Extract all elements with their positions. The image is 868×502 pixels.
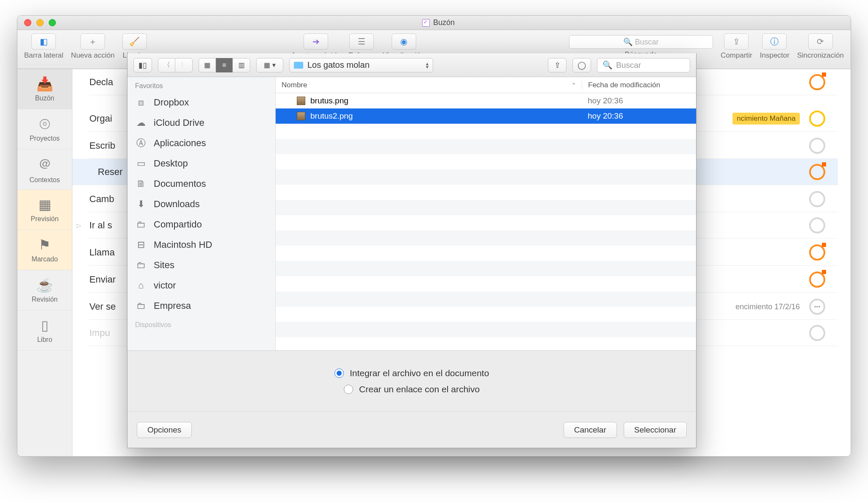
file-name: brutus2.png <box>310 111 353 121</box>
arrow-right-icon: ➔ <box>304 33 328 50</box>
sidebar-item-hd[interactable]: ⊟Macintosh HD <box>127 235 275 255</box>
nav-review-label: Revisión <box>32 296 58 303</box>
file-row-empty <box>276 154 696 169</box>
file-rows: brutus.png hoy 20:36 brutus2.png hoy 20:… <box>276 93 696 350</box>
sidebar-item-dropbox[interactable]: ⧈Dropbox <box>127 92 275 113</box>
inbox-icon: 📥 <box>36 76 53 92</box>
nav-book-label: Libro <box>37 336 53 344</box>
folder-icon: 🗀 <box>135 260 147 271</box>
broom-icon: 🧹 <box>122 33 147 50</box>
nav-book[interactable]: ▯Libro <box>17 311 72 351</box>
sidebar-item-label: Macintosh HD <box>154 239 212 250</box>
plus-icon: ＋ <box>80 33 105 50</box>
sidebar-item-documents[interactable]: 🗎Documentos <box>127 174 275 194</box>
option-link[interactable]: Crear un enlace con el archivo <box>344 384 480 394</box>
finder-sidebar: Favoritos ⧈Dropbox ☁iCloud Drive ⒶAplica… <box>127 77 276 350</box>
task-title: Ir al s <box>89 220 112 231</box>
file-date: hoy 20:36 <box>582 111 696 121</box>
nav-projects-label: Proyectos <box>30 135 60 142</box>
back-button[interactable]: 〈 <box>158 58 175 72</box>
image-file-icon <box>297 112 305 120</box>
minimize-window-button[interactable] <box>36 19 44 26</box>
arrange-button[interactable]: ▦ ▾ <box>256 58 283 72</box>
nav-contexts[interactable]: ＠Contextos <box>17 150 72 190</box>
path-label: Los gatos molan <box>307 60 370 70</box>
list-view-button[interactable]: ≡ <box>216 58 233 72</box>
status-circle-more[interactable]: ••• <box>809 299 825 315</box>
status-circle[interactable] <box>809 325 825 341</box>
nav-projects[interactable]: ⦾Proyectos <box>17 109 72 150</box>
nav-review[interactable]: ☕Revisión <box>17 270 72 311</box>
toggle-sidebar-button[interactable]: ◧ Barra lateral <box>24 33 64 60</box>
sidebar-item-empresa[interactable]: 🗀Empresa <box>127 296 275 316</box>
list-icon: ☰ <box>349 33 374 50</box>
options-button[interactable]: Opciones <box>137 422 192 438</box>
column-headers: Nombre⌃ Fecha de modificación <box>276 77 696 93</box>
at-icon: ＠ <box>38 155 52 174</box>
file-row[interactable]: brutus.png hoy 20:36 <box>276 93 696 108</box>
sidebar-item-icloud[interactable]: ☁iCloud Drive <box>127 113 275 133</box>
sidebar-item-sites[interactable]: 🗀Sites <box>127 255 275 275</box>
column-name[interactable]: Nombre⌃ <box>276 81 582 89</box>
column-view-button[interactable]: ▥ <box>233 58 250 72</box>
close-window-button[interactable] <box>24 19 31 26</box>
cancel-button[interactable]: Cancelar <box>564 422 617 438</box>
sidebar-item-apps[interactable]: ⒶAplicaciones <box>127 133 275 153</box>
share-sheet-button[interactable]: ⇪ <box>548 58 567 72</box>
inspector-button[interactable]: ⓘ Inspector <box>760 33 790 60</box>
file-date: hoy 20:36 <box>582 96 696 105</box>
disclosure-triangle-icon[interactable]: ▷ <box>77 222 81 229</box>
status-circle[interactable] <box>809 191 825 207</box>
info-icon: ⓘ <box>762 33 787 50</box>
nav-inbox-label: Buzón <box>35 94 54 102</box>
task-title: Camb <box>89 194 114 205</box>
new-action-button[interactable]: ＋ Nueva acción <box>71 33 115 60</box>
file-row-selected[interactable]: brutus2.png hoy 20:36 <box>276 108 696 124</box>
file-row-empty <box>276 291 696 307</box>
sync-label: Sincronización <box>797 51 844 60</box>
sidebar-item-desktop[interactable]: ▭Desktop <box>127 153 275 174</box>
nav-forecast[interactable]: ▦Previsión <box>17 190 72 230</box>
select-button-label: Seleccionar <box>634 425 676 435</box>
toggle-sidebar-sheet-button[interactable]: ▮▯ <box>133 58 152 72</box>
share-icon: ⇪ <box>724 33 749 50</box>
desktop-icon: ▭ <box>135 158 147 169</box>
projects-icon: ⦾ <box>39 116 50 132</box>
search-icon: 🔍 <box>603 60 613 70</box>
column-modified[interactable]: Fecha de modificación <box>582 81 696 89</box>
nav-flagged[interactable]: ⚑Marcado <box>17 230 72 270</box>
status-circle[interactable] <box>809 164 825 180</box>
status-circle[interactable] <box>809 111 825 127</box>
toggle-sidebar-label: Barra lateral <box>24 51 64 60</box>
status-circle[interactable] <box>809 244 825 261</box>
due-tag: ncimiento Mañana <box>733 113 800 125</box>
tags-button[interactable]: ◯ <box>572 58 591 72</box>
column-name-label: Nombre <box>282 81 307 89</box>
disk-icon: ⊟ <box>135 239 147 250</box>
share-button[interactable]: ⇪ Compartir <box>721 33 752 60</box>
icon-view-button[interactable]: ▦ <box>199 58 216 72</box>
app-doc-icon <box>422 19 430 27</box>
file-row-empty <box>276 185 696 200</box>
radio-on-icon <box>334 369 344 378</box>
option-embed[interactable]: Integrar el archivo en el documento <box>334 368 489 378</box>
status-circle[interactable] <box>809 74 825 90</box>
status-circle[interactable] <box>809 272 825 288</box>
nav-inbox[interactable]: 📥Buzón <box>17 69 72 109</box>
status-circle[interactable] <box>809 217 825 233</box>
sync-button[interactable]: ⟳ Sincronización <box>797 33 844 60</box>
status-circle[interactable] <box>809 138 825 154</box>
sidebar-item-shared[interactable]: 🗀Compartido <box>127 214 275 235</box>
folder-icon: 🗀 <box>135 300 147 311</box>
sidebar-header-devices: Dispositivos <box>127 316 275 331</box>
path-popup[interactable]: Los gatos molan ▴▾ <box>289 58 433 72</box>
sheet-search-field[interactable]: 🔍 Buscar <box>597 58 690 72</box>
window-title: Buzón <box>56 18 821 27</box>
select-button[interactable]: Seleccionar <box>624 422 687 438</box>
forward-button[interactable]: 〉 <box>175 58 192 72</box>
sheet-search-placeholder: Buscar <box>616 61 641 70</box>
file-row-empty <box>276 169 696 185</box>
zoom-window-button[interactable] <box>49 19 56 26</box>
sidebar-item-home[interactable]: ⌂victor <box>127 275 275 296</box>
sidebar-item-downloads[interactable]: ⬇Downloads <box>127 194 275 214</box>
